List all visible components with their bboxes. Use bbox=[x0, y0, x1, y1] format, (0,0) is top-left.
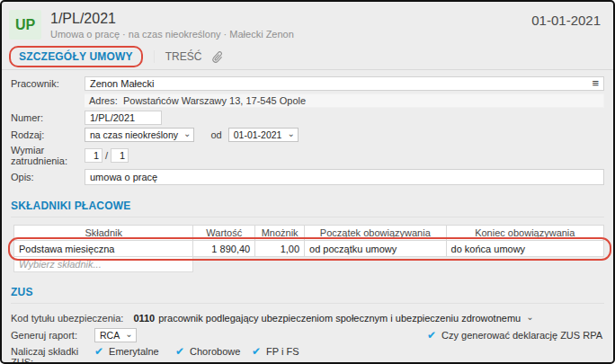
contributions-grid: Emerytalne Rentowe Zdrowotne Chorobowe W… bbox=[94, 345, 299, 364]
col-header-end[interactable]: Koniec obowiązywania bbox=[447, 226, 603, 240]
cell-end[interactable]: do końca umowy bbox=[447, 241, 603, 256]
cell-start[interactable]: od początku umowy bbox=[305, 241, 447, 256]
number-label: Numer: bbox=[11, 112, 85, 123]
rpa-checkbox[interactable]: Czy generować deklarację ZUS RPA bbox=[427, 329, 602, 342]
contract-type-select[interactable]: na czas nieokreślony bbox=[85, 128, 194, 142]
report-row: Generuj raport: RCA Czy generować deklar… bbox=[11, 328, 604, 342]
type-label: Rodzaj: bbox=[11, 129, 85, 140]
employee-row: Pracownik: Zenon Małecki ≡ bbox=[11, 76, 604, 91]
salary-components-table: Składnik Wartość Mnożnik Początek obowią… bbox=[13, 225, 604, 272]
description-row: Opis: umowa o pracę bbox=[11, 169, 604, 185]
checkbox-emerytalne[interactable]: Emerytalne bbox=[94, 345, 175, 358]
employee-menu-icon[interactable]: ≡ bbox=[592, 79, 599, 88]
cell-multiplier[interactable]: 1,00 bbox=[255, 241, 305, 256]
from-label: od bbox=[210, 129, 221, 140]
add-component-input[interactable]: Wybierz składnik... bbox=[13, 257, 193, 272]
col-header-component[interactable]: Składnik bbox=[14, 226, 193, 240]
contributions-col-1: Emerytalne Rentowe Zdrowotne bbox=[94, 345, 175, 364]
col-header-start[interactable]: Początek obowiązywania bbox=[305, 226, 447, 240]
worktime-row: Wymiar zatrudnienia: 1 / 1 bbox=[11, 145, 604, 166]
insurance-code-description: pracownik podlegający ubezpieczeniom spo… bbox=[158, 313, 521, 324]
report-label: Generuj raport: bbox=[11, 330, 94, 341]
checkbox-fpifs[interactable]: FP i FS bbox=[252, 345, 299, 358]
tab-bar: SZCZEGÓŁY UMOWY TREŚĆ bbox=[2, 43, 613, 70]
address-bar: Adres: Powstańców Warszawy 13, 17-545 Op… bbox=[85, 93, 604, 108]
insurance-code-value: 0110 bbox=[133, 313, 155, 324]
col-header-value[interactable]: Wartość bbox=[193, 226, 255, 240]
page-subtitle: Umowa o pracę · na czas nieokreślony · M… bbox=[50, 29, 531, 40]
worktime-numerator-field[interactable]: 1 bbox=[85, 148, 102, 163]
contributions-row: Naliczaj składki ZUS: Emerytalne Rentowe… bbox=[11, 345, 604, 364]
title-block: 1/PL/2021 Umowa o pracę · na czas nieokr… bbox=[50, 10, 531, 40]
description-label: Opis: bbox=[11, 172, 85, 182]
worktime-denominator-field[interactable]: 1 bbox=[111, 148, 129, 163]
paperclip-icon[interactable] bbox=[212, 49, 224, 64]
worktime-label: Wymiar zatrudnienia: bbox=[11, 145, 85, 166]
header: UP 1/PL/2021 Umowa o pracę · na czas nie… bbox=[2, 2, 613, 43]
worktime-separator: / bbox=[105, 150, 108, 161]
description-field[interactable]: umowa o pracę bbox=[85, 169, 604, 185]
contributions-col-2: Chorobowe Wypadkowe bbox=[175, 345, 252, 364]
table-row-wrap: Podstawa miesięczna 1 890,40 1,00 od poc… bbox=[13, 241, 604, 257]
zus-title: ZUS bbox=[11, 286, 604, 304]
insurance-code-label: Kod tytułu ubezpieczenia: bbox=[11, 313, 123, 324]
address-value: Powstańców Warszawy 13, 17-545 Opole bbox=[123, 95, 306, 106]
checkbox-chorobowe[interactable]: Chorobowe bbox=[175, 345, 252, 358]
address-label: Adres: bbox=[89, 95, 118, 106]
rpa-checkbox-label: Czy generować deklarację ZUS RPA bbox=[441, 330, 602, 341]
contract-date: 01-01-2021 bbox=[531, 13, 601, 28]
salary-components-title: SKŁADNIKI PŁACOWE bbox=[11, 200, 604, 218]
cell-component[interactable]: Podstawa miesięczna bbox=[14, 241, 193, 256]
page-title: 1/PL/2021 bbox=[50, 10, 531, 27]
cell-value[interactable]: 1 890,40 bbox=[193, 241, 255, 256]
employee-field[interactable]: Zenon Małecki ≡ bbox=[85, 76, 604, 91]
number-row: Numer: 1/PL/2021 bbox=[11, 111, 604, 125]
salary-components-section: SKŁADNIKI PŁACOWE Składnik Wartość Mnożn… bbox=[2, 200, 613, 272]
insurance-code-row: Kod tytułu ubezpieczenia: 0110 pracownik… bbox=[11, 311, 604, 325]
report-select[interactable]: RCA bbox=[94, 328, 137, 342]
col-header-multiplier[interactable]: Mnożnik bbox=[255, 226, 305, 240]
tab-annotation: SZCZEGÓŁY UMOWY bbox=[9, 46, 143, 67]
contract-form: Pracownik: Zenon Małecki ≡ Adres: Powsta… bbox=[2, 70, 613, 185]
zus-section: ZUS Kod tytułu ubezpieczenia: 0110 praco… bbox=[2, 286, 613, 364]
tab-content[interactable]: TREŚĆ bbox=[154, 50, 202, 63]
contributions-col-3: FP i FS FGŚP bbox=[252, 345, 299, 364]
table-row[interactable]: Podstawa miesięczna 1 890,40 1,00 od poc… bbox=[13, 241, 604, 257]
table-header-row: Składnik Wartość Mnożnik Początek obowią… bbox=[13, 225, 604, 241]
contract-window: UP 1/PL/2021 Umowa o pracę · na czas nie… bbox=[0, 0, 615, 364]
contract-type-badge: UP bbox=[9, 10, 41, 40]
number-field[interactable]: 1/PL/2021 bbox=[85, 111, 162, 125]
insurance-code-select[interactable]: 0110 pracownik podlegający ubezpieczenio… bbox=[129, 311, 536, 325]
employee-label: Pracownik: bbox=[11, 78, 85, 89]
employee-value: Zenon Małecki bbox=[90, 78, 155, 89]
type-row: Rodzaj: na czas nieokreślony od 01-01-20… bbox=[11, 128, 604, 142]
start-date-select[interactable]: 01-01-2021 bbox=[228, 128, 299, 142]
contributions-label: Naliczaj składki ZUS: bbox=[11, 345, 94, 364]
address-row: Adres: Powstańców Warszawy 13, 17-545 Op… bbox=[11, 93, 604, 108]
tab-contract-details[interactable]: SZCZEGÓŁY UMOWY bbox=[19, 50, 133, 63]
